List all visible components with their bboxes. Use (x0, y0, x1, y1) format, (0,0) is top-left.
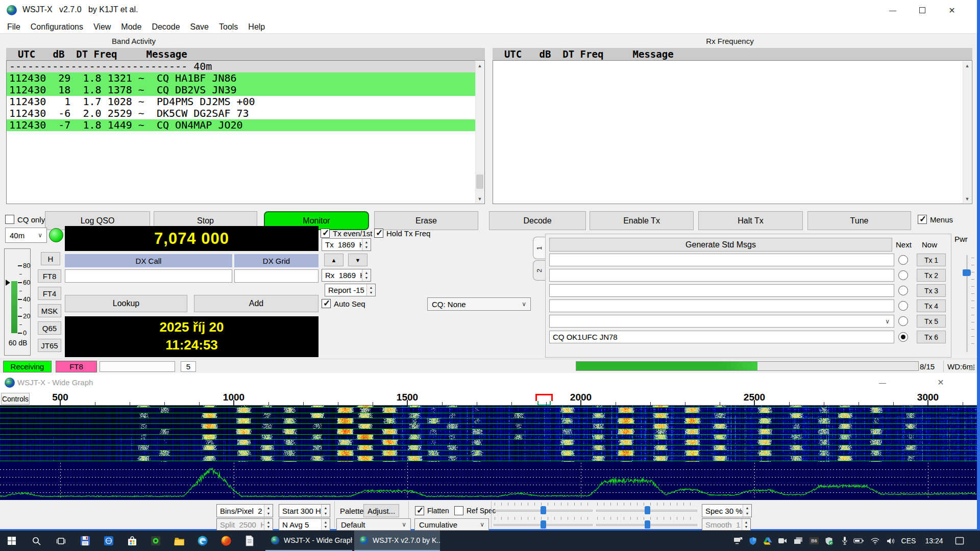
spectrum-zero-slider[interactable] (596, 516, 697, 529)
tx2-button[interactable]: Tx 2 (917, 269, 946, 282)
tx4-message-field[interactable] (549, 299, 894, 312)
wide-graph-titlebar[interactable]: WSJT-X - Wide Graph (0, 373, 977, 392)
volume-tray-icon[interactable] (884, 531, 898, 551)
shield-check-tray-icon[interactable] (822, 531, 836, 551)
band-activity-scrollbar[interactable]: ▲ ▼ (475, 61, 484, 203)
rx-freq-spinner[interactable]: Rx 1869 Hz (322, 269, 371, 282)
tab-2[interactable]: 2 (533, 260, 546, 281)
firefox-taskbar-icon[interactable] (214, 531, 238, 551)
scrollbar-thumb[interactable] (476, 174, 483, 189)
enable-tx-button[interactable]: Enable Tx (590, 211, 694, 230)
pwr-slider-handle[interactable] (963, 269, 971, 276)
tx3-radio[interactable] (898, 286, 908, 295)
tx4-radio[interactable] (898, 301, 908, 311)
spinner-arrows[interactable] (264, 519, 273, 530)
start-taskbar-icon[interactable] (0, 531, 23, 551)
remote-taskbar-icon[interactable] (97, 531, 120, 551)
smooth-spinner[interactable]: Smooth 1 (702, 518, 751, 531)
freq-up-button[interactable]: ▲ (324, 254, 344, 266)
displays-tray-icon[interactable] (791, 531, 805, 551)
mode-h-button[interactable]: H (41, 252, 60, 265)
mode-jt65-button[interactable]: JT65 (38, 339, 61, 352)
menu-file[interactable]: File (2, 21, 26, 33)
monitor-green-taskbar-icon[interactable] (144, 531, 167, 551)
spinner-arrows[interactable] (743, 505, 751, 517)
close-button[interactable] (925, 373, 956, 392)
decode-row[interactable]: ----------------------------- 40m (7, 61, 475, 72)
generate-std-msgs-button[interactable]: Generate Std Msgs (549, 238, 892, 252)
report-spinner[interactable]: Report -15 (325, 284, 376, 296)
save-taskbar-icon[interactable] (74, 531, 97, 551)
clock[interactable]: 13:24 (921, 531, 947, 551)
spinner-arrows[interactable] (362, 269, 371, 281)
tx1-button[interactable]: Tx 1 (917, 254, 946, 266)
halt-tx-button[interactable]: Halt Tx (698, 211, 803, 230)
waterfall-display[interactable] (0, 406, 977, 462)
adjust-button[interactable]: Adjust... (363, 504, 399, 517)
tx4-button[interactable]: Tx 4 (917, 299, 946, 312)
resize-grip[interactable] (969, 364, 975, 370)
language-indicator[interactable]: CES (897, 531, 920, 551)
tx-even-checkbox[interactable]: Tx even/1st (321, 229, 373, 238)
decode-row[interactable]: 112430 -6 2.0 2529 ~ DK5CW DG2SAF 73 (7, 108, 475, 119)
taskbar-window-2[interactable]: WSJT-X v2.7.0 by K... (354, 531, 440, 551)
search-taskbar-icon[interactable] (24, 531, 48, 551)
frequency-scale[interactable]: Controls 50010001500200025003000 (0, 392, 977, 406)
split-freq-spinner[interactable]: Split 2500 Hz (216, 518, 273, 531)
spectrum-display[interactable] (0, 462, 977, 500)
wifi-tray-icon[interactable] (868, 531, 882, 551)
store-taskbar-icon[interactable] (120, 531, 144, 551)
maximize-button[interactable] (908, 0, 937, 20)
rx-frequency-scrollbar[interactable]: ▲ ▼ (963, 61, 971, 203)
slider-handle[interactable] (541, 520, 546, 529)
waterfall-gain-slider[interactable] (494, 502, 593, 514)
flatten-checkbox[interactable]: Flatten (415, 506, 449, 515)
dx-grid-input[interactable] (234, 269, 318, 283)
shield-blue-tray-icon[interactable] (746, 531, 760, 551)
minimize-button[interactable] (878, 0, 908, 20)
menu-mode[interactable]: Mode (116, 21, 146, 33)
notes-taskbar-icon[interactable] (238, 531, 261, 551)
drive-tray-icon[interactable] (761, 531, 775, 551)
battery-tray-icon[interactable] (851, 531, 866, 551)
spinner-arrows[interactable] (264, 505, 273, 517)
lookup-button[interactable]: Lookup (65, 295, 187, 312)
slider-handle[interactable] (645, 520, 650, 529)
task-view-taskbar-icon[interactable] (49, 531, 72, 551)
spinner-arrows[interactable] (742, 519, 750, 530)
menus-checkbox[interactable]: Menus (918, 215, 953, 224)
tx3-message-field[interactable] (549, 284, 894, 297)
spectrum-mode-combo[interactable]: Cumulative (414, 518, 489, 531)
tune-button[interactable]: Tune (807, 211, 911, 230)
share-tray-icon[interactable] (731, 531, 745, 551)
spec-percent-spinner[interactable]: Spec 30 % (702, 504, 752, 517)
n-avg-spinner[interactable]: N Avg 5 (279, 518, 330, 531)
hold-tx-freq-checkbox[interactable]: Hold Tx Freq (374, 229, 430, 238)
camera-tray-icon[interactable] (775, 531, 790, 551)
mode-ft4-button[interactable]: FT4 (38, 287, 61, 300)
band-activity-list[interactable]: ▲ ▼ ----------------------------- 40m112… (6, 60, 485, 204)
frequency-display[interactable]: 7,074 000 (65, 226, 318, 251)
tx1-message-field[interactable] (549, 254, 894, 266)
mic-tray-icon[interactable] (838, 531, 852, 551)
tab-1[interactable]: 1 (533, 237, 546, 259)
menu-decode[interactable]: Decode (146, 21, 185, 33)
decode-row[interactable]: 112430 -7 1.8 1449 ~ CQ ON4MAP JO20 (7, 119, 475, 131)
cq-only-checkbox[interactable]: CQ only (5, 215, 45, 224)
tx2-message-field[interactable] (549, 269, 894, 282)
band-selector[interactable]: 40m (5, 228, 47, 243)
controls-button[interactable]: Controls (1, 393, 30, 405)
mode-ft8-button[interactable]: FT8 (38, 269, 61, 283)
menu-view[interactable]: View (88, 21, 116, 33)
start-freq-spinner[interactable]: Start 300 Hz (279, 504, 330, 517)
spinner-arrows[interactable] (362, 239, 371, 251)
decode-button[interactable]: Decode (489, 211, 586, 230)
auto-seq-checkbox[interactable]: Auto Seq (322, 299, 365, 308)
edge-taskbar-icon[interactable] (191, 531, 214, 551)
bins-per-pixel-spinner[interactable]: Bins/Pixel 2 (216, 504, 273, 517)
ref-spec-checkbox[interactable]: Ref Spec (454, 506, 496, 515)
dx-call-input[interactable] (65, 269, 232, 283)
decode-row[interactable]: 112430 1 1.7 1028 ~ PD4PMS DJ2MS +00 (7, 96, 475, 108)
spinner-arrows[interactable] (321, 505, 330, 517)
tx6-button[interactable]: Tx 6 (917, 331, 946, 343)
